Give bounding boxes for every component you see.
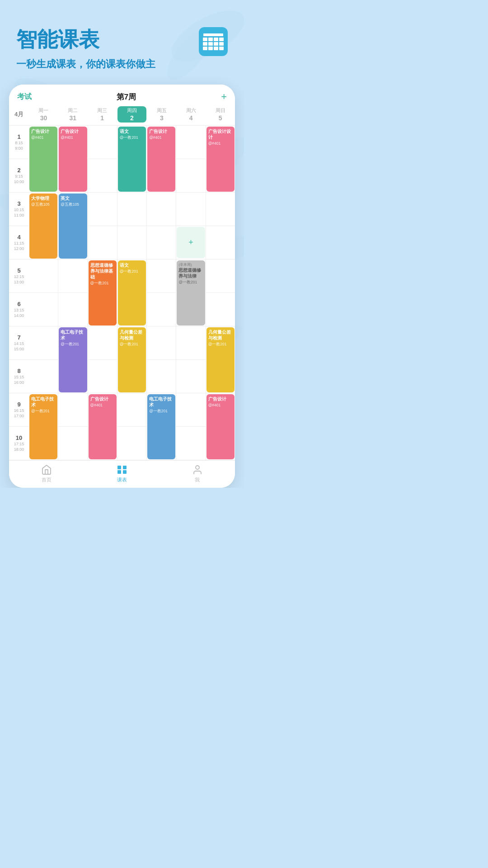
mon-slot-7 bbox=[29, 326, 58, 360]
course-ggsjtue[interactable]: 广告设计 @#401 bbox=[59, 127, 87, 192]
sat-slot-7 bbox=[176, 326, 205, 360]
day-header-row: 4月 周一 30 周二 31 周三 1 周四 2 周五 3 周六 4 周日 5 bbox=[9, 106, 235, 125]
thu-slot-9 bbox=[117, 393, 146, 427]
course-dgdzfri[interactable]: 电工电子技术 @一教201 bbox=[147, 394, 175, 459]
day-col-sunday: 广告设计设计 @#401 几何量公差与检测 @一教201 bbox=[206, 126, 235, 460]
day-header-sun: 周日 5 bbox=[206, 106, 235, 123]
fri-slot-3 bbox=[147, 193, 176, 226]
tue-slot-7[interactable]: 电工电子技术 @一教201 bbox=[58, 326, 87, 393]
fri-slot-8 bbox=[147, 360, 176, 393]
mon-slot-1[interactable]: 广告设计 @#401 bbox=[29, 126, 58, 193]
course-jhlthul7[interactable]: 几何量公差与检测 @一教201 bbox=[118, 327, 146, 392]
wed-slot-5[interactable]: 思想道德修养与法律基础 @一教201 bbox=[88, 259, 117, 326]
course-ggsjmon[interactable]: 广告设计 @#401 bbox=[29, 127, 57, 192]
day-col-tuesday: 广告设计 @#401 英文 @五教105 bbox=[58, 126, 88, 460]
time-slot-8: 8 15:15 16:00 bbox=[9, 360, 29, 393]
course-ggsjsun[interactable]: 广告设计设计 @#401 bbox=[206, 127, 235, 192]
month-label: 4月 bbox=[14, 110, 23, 118]
sat-slot-1 bbox=[176, 126, 205, 159]
course-jhlsun[interactable]: 几何量公差与检测 @一教201 bbox=[206, 327, 235, 392]
sun-slot-3 bbox=[206, 193, 235, 226]
week-label: 第7周 bbox=[117, 92, 136, 102]
mon-slot-8 bbox=[29, 360, 58, 393]
course-ywthu5[interactable]: 语文 @一教201 bbox=[118, 260, 146, 326]
tue-slot-10 bbox=[58, 427, 87, 460]
course-dgdztue[interactable]: 电工电子技术 @一教201 bbox=[59, 327, 87, 392]
thu-slot-5[interactable]: 语文 @一教201 bbox=[117, 259, 146, 326]
sun-slot-9[interactable]: 广告设计 @#401 bbox=[206, 393, 235, 460]
time-slot-9: 9 16:15 17:00 bbox=[9, 393, 29, 427]
wed-slot-3 bbox=[88, 193, 117, 226]
mon-slot-5 bbox=[29, 259, 58, 293]
mon-slot-6 bbox=[29, 293, 58, 326]
nav-item-schedule[interactable]: 课表 bbox=[84, 464, 160, 483]
wed-slot-7 bbox=[88, 326, 117, 360]
thu-slot-7[interactable]: 几何量公差与检测 @一教201 bbox=[117, 326, 146, 393]
svg-rect-13 bbox=[123, 470, 127, 474]
course-ywenthu[interactable]: 语文 @一教201 bbox=[118, 127, 146, 192]
sat-slot-8 bbox=[176, 360, 205, 393]
svg-rect-11 bbox=[123, 466, 127, 469]
time-slot-7: 7 14:15 15:00 bbox=[9, 326, 29, 360]
month-header: 4月 bbox=[9, 106, 29, 123]
course-dxwlmon[interactable]: 大学物理 @五教105 bbox=[29, 193, 57, 259]
wed-slot-9[interactable]: 广告设计 @#401 bbox=[88, 393, 117, 460]
day-col-saturday: + (非本周) 思想道德修养与法律 @一教201 bbox=[176, 126, 206, 460]
time-slot-3: 3 10:15 11:00 bbox=[9, 193, 29, 226]
nav-item-home[interactable]: 首页 bbox=[9, 464, 84, 483]
thu-slot-1[interactable]: 语文 @一教201 bbox=[117, 126, 146, 193]
sun-slot-6 bbox=[206, 293, 235, 326]
bottom-navigation: 首页 课表 我 bbox=[9, 460, 235, 488]
sun-slot-1[interactable]: 广告设计设计 @#401 bbox=[206, 126, 235, 193]
thu-slot-3 bbox=[117, 193, 146, 226]
add-course-placeholder[interactable]: + bbox=[177, 227, 205, 258]
add-course-button[interactable]: + bbox=[221, 91, 227, 103]
fri-slot-9[interactable]: 电工电子技术 @一教201 bbox=[147, 393, 176, 460]
exam-button[interactable]: 考试 bbox=[17, 92, 32, 102]
course-dgdzsmon[interactable]: 电工电子技术 @一教201 bbox=[29, 394, 57, 459]
day-header-thu: 周四 2 bbox=[117, 106, 147, 123]
days-grid: 广告设计 @#401 大学物理 @五教105 bbox=[29, 126, 235, 460]
fri-slot-1[interactable]: 广告设计 @#401 bbox=[147, 126, 176, 193]
svg-point-14 bbox=[196, 466, 199, 469]
tue-slot-1[interactable]: 广告设计 @#401 bbox=[58, 126, 87, 193]
svg-rect-12 bbox=[117, 470, 121, 474]
course-ggsjsun9[interactable]: 广告设计 @#401 bbox=[206, 394, 235, 459]
wed-slot-2 bbox=[88, 159, 117, 193]
sat-slot-10 bbox=[176, 427, 205, 460]
course-sxddwed[interactable]: 思想道德修养与法律基础 @一教201 bbox=[89, 260, 117, 326]
sun-slot-7[interactable]: 几何量公差与检测 @一教201 bbox=[206, 326, 235, 393]
nav-item-profile[interactable]: 我 bbox=[160, 464, 235, 483]
header-section: 智能课表 一秒生成课表，你的课表你做主 bbox=[0, 0, 244, 80]
sun-slot-5 bbox=[206, 259, 235, 293]
course-sxddsat[interactable]: (非本周) 思想道德修养与法律 @一教201 bbox=[177, 260, 205, 326]
day-header-sat: 周六 4 bbox=[176, 106, 206, 123]
thu-slot-4 bbox=[117, 226, 146, 259]
fri-slot-7 bbox=[147, 326, 176, 360]
sat-slot-5[interactable]: (非本周) 思想道德修养与法律 @一教201 bbox=[176, 259, 205, 326]
course-ggsjwed[interactable]: 广告设计 @#401 bbox=[89, 394, 117, 459]
course-ywentue[interactable]: 英文 @五教105 bbox=[59, 193, 87, 259]
day-header-wed: 周三 1 bbox=[88, 106, 117, 123]
day-col-monday: 广告设计 @#401 大学物理 @五教105 bbox=[29, 126, 58, 460]
calendar-icon-box[interactable] bbox=[199, 27, 228, 56]
tue-slot-3[interactable]: 英文 @五教105 bbox=[58, 193, 87, 259]
mon-slot-9[interactable]: 电工电子技术 @一教201 bbox=[29, 393, 58, 460]
course-ggsjfri[interactable]: 广告设计 @#401 bbox=[147, 127, 175, 192]
sun-slot-4 bbox=[206, 226, 235, 259]
mon-slot-3[interactable]: 大学物理 @五教105 bbox=[29, 193, 58, 259]
day-header-tue: 周二 31 bbox=[58, 106, 88, 123]
app-subtitle: 一秒生成课表，你的课表你做主 bbox=[16, 57, 228, 71]
day-header-fri: 周五 3 bbox=[147, 106, 176, 123]
sat-slot-3 bbox=[176, 193, 205, 226]
sat-slot-4[interactable]: + bbox=[176, 226, 205, 259]
time-slot-2: 2 9:15 10:00 bbox=[9, 159, 29, 193]
schedule-header: 考试 第7周 + bbox=[9, 85, 235, 106]
day-col-friday: 广告设计 @#401 电工电子技术 @一教201 bbox=[147, 126, 176, 460]
home-icon bbox=[41, 464, 52, 475]
sat-slot-9 bbox=[176, 393, 205, 427]
schedule-grid: 1 8:15 9:00 2 9:15 10:00 3 10:15 11:00 4… bbox=[9, 125, 235, 460]
nav-label-home: 首页 bbox=[42, 476, 52, 483]
wed-slot-8 bbox=[88, 360, 117, 393]
wed-slot-4 bbox=[88, 226, 117, 259]
